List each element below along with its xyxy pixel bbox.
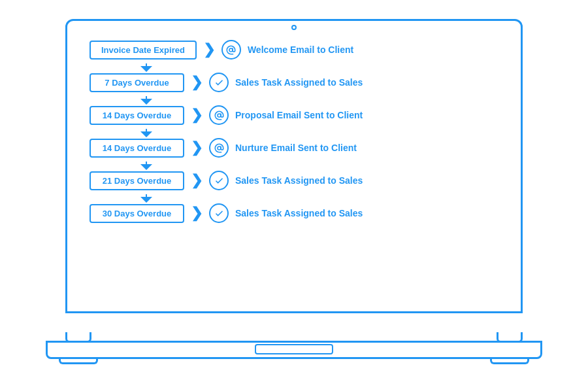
chevron-icon: ❯ <box>203 43 215 57</box>
workflow-row: 14 Days Overdue❯ Proposal Email Sent to … <box>90 103 498 127</box>
action-label: Proposal Email Sent to Client <box>235 110 363 120</box>
chevron-icon: ❯ <box>191 75 203 90</box>
workflow-row: 7 Days Overdue❯ Sales Task Assigned to S… <box>90 71 498 94</box>
trigger-box: 30 Days Overdue <box>90 204 184 223</box>
foot-right <box>490 359 529 364</box>
trigger-box: 14 Days Overdue <box>90 106 184 125</box>
workflow-row: 14 Days Overdue❯ Nurture Email Sent to C… <box>90 136 498 160</box>
workflow-row: 21 Days Overdue❯ Sales Task Assigned to … <box>90 169 498 192</box>
connector-arrow <box>140 197 152 203</box>
workflow-row: Invoice Date Expired❯ Welcome Email to C… <box>90 38 498 61</box>
scene: Invoice Date Expired❯ Welcome Email to C… <box>13 8 575 371</box>
connector-arrow <box>140 164 152 170</box>
screen-bezel: Invoice Date Expired❯ Welcome Email to C… <box>65 19 523 313</box>
trigger-box: 7 Days Overdue <box>90 73 184 92</box>
foot-left <box>59 359 98 364</box>
check-icon <box>209 171 229 190</box>
trigger-box: 14 Days Overdue <box>90 139 184 158</box>
check-icon <box>209 73 229 92</box>
email-icon <box>209 138 229 158</box>
trigger-box: Invoice Date Expired <box>90 41 197 60</box>
workflow-container: Invoice Date Expired❯ Welcome Email to C… <box>76 30 512 233</box>
chevron-icon: ❯ <box>191 108 203 122</box>
email-icon <box>209 105 229 125</box>
chevron-icon: ❯ <box>191 141 203 155</box>
check-icon <box>209 203 229 223</box>
camera-dot <box>291 25 297 30</box>
connector-arrow <box>140 66 152 72</box>
email-icon <box>221 40 241 60</box>
action-label: Nurture Email Sent to Client <box>235 143 357 153</box>
workflow-row: 30 Days Overdue❯ Sales Task Assigned to … <box>90 201 498 225</box>
action-label: Sales Task Assigned to Sales <box>235 175 363 186</box>
action-label: Sales Task Assigned to Sales <box>235 77 363 88</box>
trigger-box: 21 Days Overdue <box>90 171 184 190</box>
laptop: Invoice Date Expired❯ Welcome Email to C… <box>46 19 542 359</box>
action-label: Welcome Email to Client <box>248 44 353 55</box>
chevron-icon: ❯ <box>191 173 203 188</box>
screen-content: Invoice Date Expired❯ Welcome Email to C… <box>76 30 512 302</box>
trackpad <box>255 344 333 354</box>
laptop-base <box>46 341 542 359</box>
connector-arrow <box>140 131 152 137</box>
action-label: Sales Task Assigned to Sales <box>235 208 363 218</box>
connector-arrow <box>140 99 152 105</box>
chevron-icon: ❯ <box>191 206 203 220</box>
